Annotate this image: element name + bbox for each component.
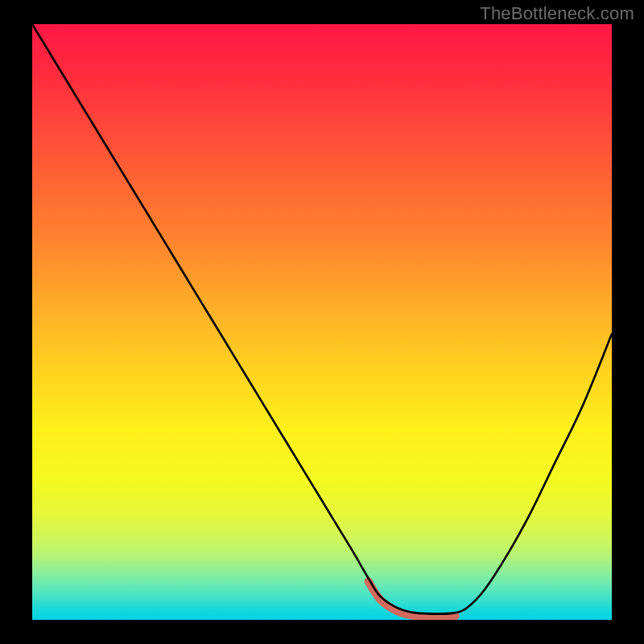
watermark-text: TheBottleneck.com <box>480 3 634 24</box>
bottleneck-curve <box>32 24 612 614</box>
plot-area <box>32 24 612 620</box>
curve-layer <box>32 24 612 620</box>
chart-frame: TheBottleneck.com <box>0 0 644 644</box>
